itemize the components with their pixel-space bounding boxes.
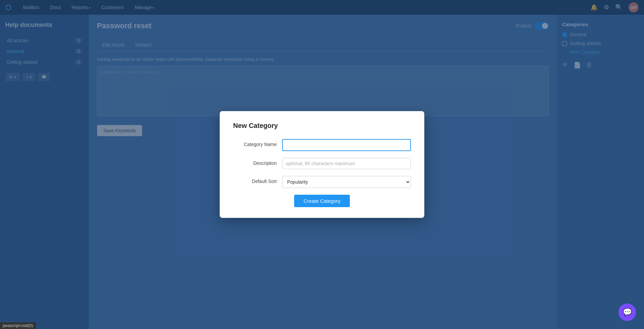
default-sort-label: Default Sort — [233, 176, 277, 184]
description-input[interactable] — [282, 158, 411, 169]
create-category-button[interactable]: Create Category — [294, 195, 350, 207]
modal-overlay[interactable]: New Category Category Name Description D… — [0, 0, 644, 329]
category-name-input[interactable] — [282, 139, 411, 151]
modal-title: New Category — [233, 122, 411, 130]
form-row-default-sort: Default Sort Popularity Recently Publish… — [233, 176, 411, 188]
bottom-bar: javascript:void(0) — [0, 322, 36, 329]
modal-footer: Create Category — [233, 195, 411, 207]
default-sort-select[interactable]: Popularity Recently Published Title A-Z … — [282, 176, 411, 188]
form-row-description: Description — [233, 158, 411, 169]
new-category-modal: New Category Category Name Description D… — [220, 111, 424, 218]
chat-bubble[interactable]: 💬 — [619, 303, 636, 321]
category-name-label: Category Name — [233, 139, 277, 147]
description-label: Description — [233, 158, 277, 166]
form-row-category-name: Category Name — [233, 139, 411, 151]
